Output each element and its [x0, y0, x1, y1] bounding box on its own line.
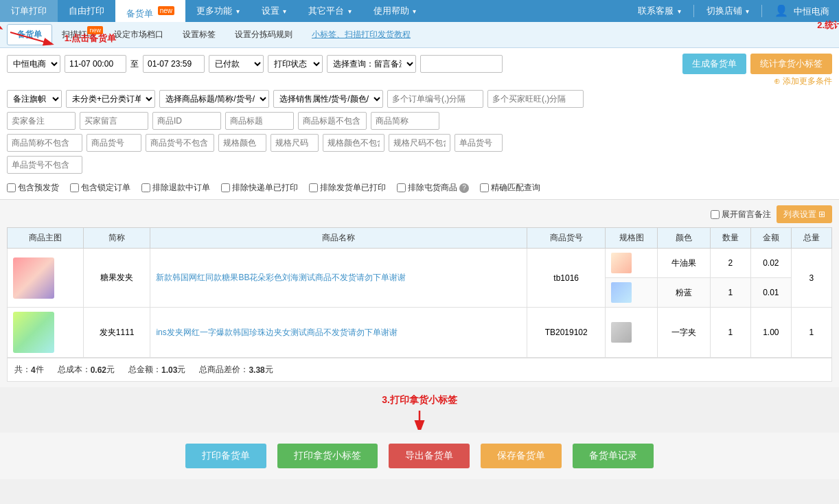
checkbox-excl-refund[interactable]: 排除退款中订单: [141, 182, 210, 194]
variant-qty-cell: 2: [710, 249, 750, 278]
product-abbr-cell: 糖果发夹: [83, 249, 150, 308]
stock-history-btn[interactable]: 备货单记录: [573, 444, 654, 468]
tab-sort-rules[interactable]: 设置分拣码规则: [225, 25, 302, 45]
expand-note-toggle[interactable]: 展开留言备注: [711, 209, 771, 220]
chevron-down-icon: ▾: [283, 8, 286, 15]
product-title-excl-input[interactable]: [298, 112, 367, 130]
seller-note-input[interactable]: [7, 112, 76, 130]
list-settings-btn[interactable]: 列表设置 ⊞: [777, 205, 832, 223]
filter-row-5: [7, 156, 832, 174]
tab-set-label[interactable]: 设置标签: [173, 25, 225, 45]
new-badge: new: [158, 6, 174, 15]
col-header-color: 颜色: [658, 228, 710, 249]
sub-tabs: 备货单 扫描打印 new 设定市场档口 设置标签 设置分拣码规则 小标签、扫描打…: [0, 22, 839, 48]
nav-order-print[interactable]: 订单打印: [0, 0, 58, 22]
variant-img-cell: [606, 249, 658, 278]
spec-color-excl-input[interactable]: [323, 134, 384, 152]
variant-price-cell: 0.02: [750, 249, 791, 278]
multi-order-input[interactable]: [387, 90, 483, 108]
variant-img-cell: [606, 278, 658, 308]
print-status-select[interactable]: 打印状态: [268, 55, 323, 73]
query-value-input[interactable]: [420, 55, 503, 73]
total-unit: 元: [177, 364, 185, 376]
print-stock-btn[interactable]: 打印备货单: [185, 444, 266, 468]
spec-color-input[interactable]: [218, 134, 266, 152]
variant-thumbnail: [611, 282, 632, 303]
export-stock-btn[interactable]: 导出备货单: [389, 444, 470, 468]
product-abbr-input[interactable]: [371, 112, 439, 130]
product-title-input[interactable]: [225, 112, 294, 130]
stats-pick-label-btn[interactable]: 统计拿货小标签: [750, 54, 832, 74]
total-label: 总金额：: [128, 364, 161, 376]
expand-checkbox[interactable]: [711, 210, 720, 219]
query-type-select[interactable]: 选择查询：留言备注: [327, 55, 416, 73]
switch-store-btn[interactable]: 切换店铺 ▾: [697, 0, 759, 22]
col-header-name: 商品名称: [150, 228, 527, 249]
product-no-excl-input[interactable]: [146, 134, 214, 152]
variant-color-cell: 一字夹: [658, 308, 710, 358]
total-items-label: 共：: [14, 364, 31, 376]
table-area: 展开留言备注 列表设置 ⊞ 商品主图 简称 商品名称 商品货号 规格图 颜色 数…: [0, 200, 839, 387]
product-filter-select[interactable]: 选择商品标题/简称/货号/厂: [159, 90, 269, 108]
single-product-no-excl-input[interactable]: [7, 156, 82, 174]
checkbox-locked-orders[interactable]: 包含锁定订单: [70, 182, 130, 194]
date-from-input[interactable]: [65, 55, 126, 73]
tab-market-stall[interactable]: 设定市场档口: [104, 25, 173, 45]
divider: [761, 5, 762, 17]
checkbox-excl-courier-printed[interactable]: 排除快递单已打印: [221, 182, 298, 194]
cost-unit: 元: [106, 364, 115, 376]
nav-more-functions[interactable]: 更多功能 ▾: [185, 0, 251, 22]
checkbox-excl-stock-goods[interactable]: 排除屯货商品 ?: [397, 182, 469, 194]
top-nav: 订单打印 自由打印 备货单 new 更多功能 ▾ 设置 ▾ 其它平台 ▾ 使用帮…: [0, 0, 839, 22]
nav-help[interactable]: 使用帮助 ▾: [363, 0, 428, 22]
checkbox-pre-ship[interactable]: 包含预发货: [7, 182, 59, 194]
product-link[interactable]: ins发夹网红一字爆款韩国珍珠边夹女测试商品不发货请勿下单谢谢: [156, 327, 521, 339]
chevron-down-icon: ▾: [678, 8, 681, 15]
contact-service-btn[interactable]: 联系客服 ▾: [628, 0, 691, 22]
variant-qty-cell: 1: [710, 308, 750, 358]
nav-free-print[interactable]: 自由打印: [58, 0, 115, 22]
help-icon[interactable]: ?: [459, 183, 469, 193]
tab-stock-list[interactable]: 备货单: [7, 24, 52, 45]
product-no-input[interactable]: [87, 134, 141, 152]
spec-size-excl-input[interactable]: [389, 134, 450, 152]
nav-stock-list[interactable]: 备货单 new: [115, 0, 185, 22]
print-pick-label-btn[interactable]: 打印拿货小标签: [277, 444, 378, 468]
tab-scan-print[interactable]: 扫描打印 new: [52, 25, 104, 45]
filter-area: 中恒电商 至 已付款 打印状态 选择查询：留言备注 生成备货单 统计拿货小标签 …: [0, 48, 839, 200]
total-items-value: 4: [31, 365, 36, 375]
chevron-down-icon: ▾: [413, 8, 416, 15]
user-icon: 👤: [774, 5, 788, 16]
table-footer: 共： 4 件 总成本： 0.62 元 总金额： 1.03 元 总商品差价： 3.…: [7, 358, 832, 382]
buyer-note-input[interactable]: [80, 112, 148, 130]
product-id-input[interactable]: [152, 112, 221, 130]
generate-stock-btn[interactable]: 生成备货单: [682, 54, 746, 74]
col-header-qty: 数量: [710, 228, 750, 249]
total-items-unit: 件: [36, 364, 44, 376]
cost-value: 0.62: [91, 365, 106, 375]
single-product-no-input[interactable]: [455, 134, 503, 152]
sales-attr-select[interactable]: 选择销售属性/货号/颜色/厂: [273, 90, 383, 108]
variant-img-cell: [606, 308, 658, 358]
multi-buyer-input[interactable]: [487, 90, 584, 108]
tutorial-link[interactable]: 小标签、扫描打印发货教程: [302, 25, 420, 45]
shop-select[interactable]: 中恒电商: [7, 55, 60, 73]
product-link[interactable]: 新款韩国网红同款糖果BB花朵彩色刘海测试商品不发货请勿下单谢谢: [156, 272, 521, 284]
checkbox-excl-ship-printed[interactable]: 排除发货单已打印: [309, 182, 386, 194]
product-thumbnail: [13, 257, 54, 299]
add-condition-btn[interactable]: ⊕ 添加更多条件: [774, 76, 832, 87]
nav-settings[interactable]: 设置 ▾: [251, 0, 298, 22]
nav-other-platforms[interactable]: 其它平台 ▾: [297, 0, 363, 22]
spec-size-input[interactable]: [271, 134, 319, 152]
save-stock-btn[interactable]: 保存备货单: [481, 444, 562, 468]
order-type-select[interactable]: 未分类+已分类订单: [66, 90, 155, 108]
chevron-down-icon: ▾: [236, 8, 240, 15]
col-header-no: 商品货号: [527, 228, 606, 249]
note-flag-select[interactable]: 备注旗帜: [7, 90, 62, 108]
step3-area: 3.打印拿货小标签: [0, 387, 839, 433]
date-to-input[interactable]: [143, 55, 205, 73]
product-abbr-excl-input[interactable]: [7, 134, 82, 152]
settings-icon: ⊞: [818, 209, 825, 219]
pay-status-select[interactable]: 已付款: [209, 55, 264, 73]
checkbox-exact-match[interactable]: 精确匹配查询: [480, 182, 540, 194]
